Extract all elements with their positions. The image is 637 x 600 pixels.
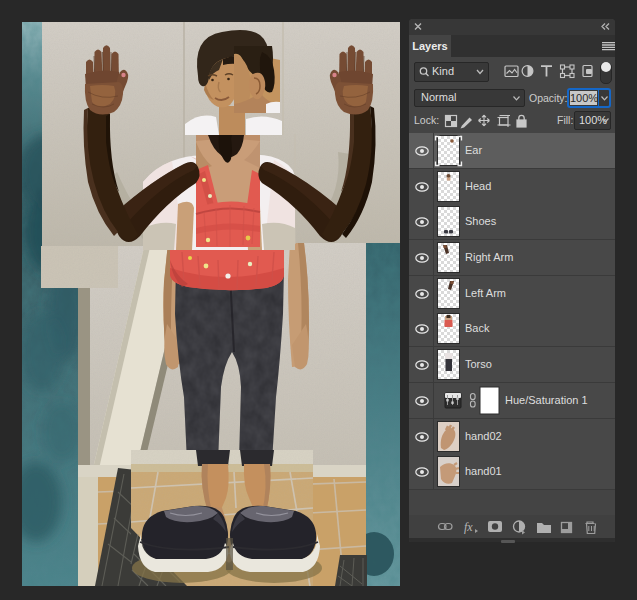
svg-text:fx: fx xyxy=(464,520,473,534)
